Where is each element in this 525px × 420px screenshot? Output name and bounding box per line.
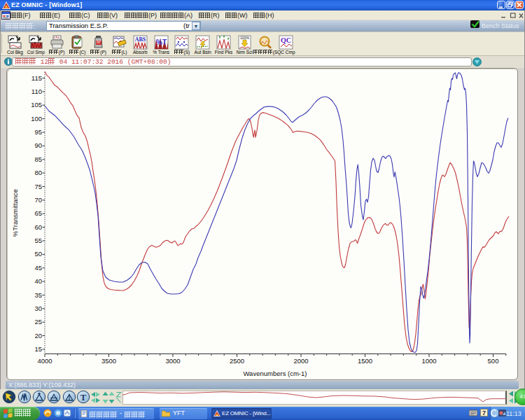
svg-text:60: 60 (34, 223, 42, 231)
svg-text:45: 45 (34, 264, 42, 272)
svg-text:%Transmittance: %Transmittance (11, 189, 19, 237)
svg-text:55: 55 (34, 237, 42, 244)
svg-text:2500: 2500 (230, 357, 244, 365)
svg-text:4000: 4000 (37, 357, 52, 365)
svg-text:65: 65 (34, 209, 42, 217)
svg-text:75: 75 (34, 183, 42, 190)
svg-text:2000: 2000 (293, 357, 308, 365)
svg-text:20: 20 (34, 332, 42, 340)
svg-text:85: 85 (34, 155, 42, 163)
svg-text:3500: 3500 (102, 357, 116, 365)
svg-text:70: 70 (34, 196, 42, 204)
svg-text:105: 105 (31, 101, 42, 108)
svg-text:95: 95 (34, 128, 42, 136)
svg-text:35: 35 (34, 291, 42, 299)
svg-text:115: 115 (31, 74, 42, 82)
svg-text:T: T (80, 393, 87, 402)
svg-text:80: 80 (34, 169, 42, 176)
svg-text:40: 40 (34, 277, 42, 285)
svg-text:1000: 1000 (421, 357, 436, 365)
svg-text:50: 50 (34, 250, 42, 258)
svg-text:Wavenumbers (cm-1): Wavenumbers (cm-1) (244, 370, 307, 377)
svg-text:30: 30 (34, 304, 42, 312)
svg-text:500: 500 (488, 357, 499, 365)
svg-text:3000: 3000 (165, 357, 180, 365)
svg-text:110: 110 (31, 88, 42, 95)
svg-text:25: 25 (34, 318, 42, 326)
svg-text:100: 100 (31, 115, 42, 122)
svg-text:90: 90 (34, 141, 42, 149)
svg-text:1500: 1500 (358, 357, 372, 365)
svg-text:15: 15 (34, 345, 42, 353)
